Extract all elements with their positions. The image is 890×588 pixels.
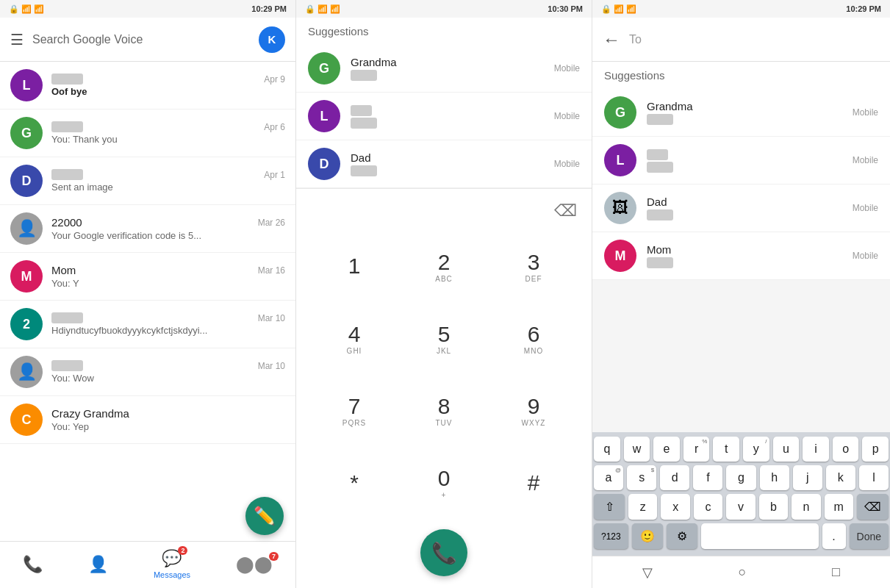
avatar: L: [10, 69, 43, 101]
key-h[interactable]: h: [760, 465, 789, 490]
search-input[interactable]: Search Google Voice: [32, 33, 250, 46]
suggestion-grandma-3[interactable]: G Grandma Mobile: [592, 89, 890, 137]
dial-key-2[interactable]: 2 ABC: [401, 232, 487, 301]
key-d[interactable]: d: [660, 465, 689, 490]
conv-preview: Oof bye: [51, 86, 285, 97]
conv-preview: You: Y: [51, 278, 285, 289]
key-s[interactable]: $s: [627, 465, 656, 490]
avatar-photo: 🖼: [604, 192, 636, 224]
key-t[interactable]: t: [713, 437, 739, 462]
nav-voicemail[interactable]: ⬤⬤ 7: [236, 555, 273, 574]
dial-key-1[interactable]: 1: [311, 232, 398, 301]
suggestion-dad-3[interactable]: 🖼 Dad Mobile: [592, 184, 890, 232]
contact-name: Mom: [51, 264, 76, 276]
nav-contacts[interactable]: 👤: [88, 555, 108, 574]
key-u[interactable]: u: [773, 437, 800, 462]
key-w[interactable]: w: [624, 437, 650, 462]
list-item[interactable]: C Crazy Grandma You: Yep: [0, 396, 295, 444]
bottom-nav: 📞 👤 💬 2 Messages ⬤⬤ 7: [0, 541, 295, 588]
dial-key-4[interactable]: 4 GHI: [311, 304, 398, 373]
suggestion-l-3[interactable]: L Mobile: [592, 137, 890, 184]
dial-key-6[interactable]: 6 MNO: [490, 304, 577, 373]
contact-type: Mobile: [554, 111, 580, 121]
list-item[interactable]: 👤 Mar 10 You: Wow: [0, 348, 295, 396]
key-i[interactable]: i: [803, 437, 829, 462]
avatar: L: [308, 100, 340, 132]
nav-home-button[interactable]: ○: [739, 564, 747, 580]
key-k[interactable]: k: [826, 465, 855, 490]
backspace-button[interactable]: ⌫: [554, 201, 577, 220]
compose-fab[interactable]: ✏️: [245, 497, 284, 535]
keyboard-backspace-key[interactable]: ⌫: [857, 494, 889, 520]
key-r[interactable]: %r: [683, 437, 710, 462]
key-l[interactable]: l: [859, 465, 889, 490]
search-bar: ☰ Search Google Voice K: [0, 18, 295, 62]
list-item[interactable]: 2 Mar 10 Hdiyndtucyfbuokdyyykcykfctjskdy…: [0, 301, 295, 348]
key-e[interactable]: e: [653, 437, 680, 462]
key-g[interactable]: g: [726, 465, 756, 490]
done-key[interactable]: Done: [850, 523, 889, 549]
key-n[interactable]: n: [792, 494, 820, 520]
dial-key-3[interactable]: 3 DEF: [490, 232, 577, 301]
dial-key-star[interactable]: *: [311, 448, 398, 517]
key-f[interactable]: f: [693, 465, 722, 490]
back-button[interactable]: ←: [603, 29, 620, 50]
dial-key-7[interactable]: 7 PQRS: [311, 376, 398, 445]
key-y[interactable]: /y: [743, 437, 769, 462]
list-item[interactable]: L Apr 9 Oof bye: [0, 62, 295, 110]
dial-key-8[interactable]: 8 TUV: [401, 376, 487, 445]
user-avatar[interactable]: K: [259, 26, 285, 53]
key-x[interactable]: x: [661, 494, 689, 520]
suggestion-dad[interactable]: D Dad Mobile: [296, 140, 592, 188]
key-q[interactable]: q: [594, 437, 620, 462]
suggestion-mom-3[interactable]: M Mom Mobile: [592, 232, 890, 280]
dial-key-0[interactable]: 0 +: [401, 448, 487, 517]
to-input[interactable]: [650, 32, 880, 47]
contact-type: Mobile: [554, 159, 580, 169]
nav-messages[interactable]: 💬 2 Messages: [154, 549, 190, 579]
suggestion-grandma[interactable]: G Grandma Mobile: [296, 45, 592, 93]
key-z[interactable]: z: [628, 494, 657, 520]
list-item[interactable]: G Apr 6 You: Thank you: [0, 110, 295, 157]
phone-blurred: [647, 114, 673, 125]
conversation-list: L Apr 9 Oof bye G Apr 6 You: Thank you: [0, 62, 295, 541]
avatar: D: [308, 148, 340, 180]
conversations-panel: 🔒 📶 📶 10:29 PM ☰ Search Google Voice K L…: [0, 0, 296, 588]
status-icons-left: 🔒 📶 📶: [9, 4, 44, 14]
nav-phone[interactable]: 📞: [23, 555, 43, 574]
contact-name: Crazy Grandma: [51, 407, 129, 420]
numbers-key[interactable]: ?123: [594, 523, 628, 549]
dial-key-hash[interactable]: #: [490, 448, 577, 517]
avatar: G: [308, 52, 340, 85]
shift-key[interactable]: ⇧: [594, 494, 625, 520]
settings-key[interactable]: ⚙: [667, 523, 697, 549]
list-item[interactable]: 👤 22000 Mar 26 Your Google verification …: [0, 205, 295, 253]
key-o[interactable]: o: [833, 437, 859, 462]
key-p[interactable]: p: [862, 437, 889, 462]
emoji-key[interactable]: 🙂: [632, 523, 663, 549]
dial-key-5[interactable]: 5 JKL: [401, 304, 487, 373]
status-icons-left-2: 🔒 📶 📶: [305, 4, 340, 14]
nav-recent-button[interactable]: □: [832, 564, 840, 580]
call-button[interactable]: 📞: [420, 529, 467, 576]
nav-back-button[interactable]: ▽: [642, 564, 653, 581]
contact-type: Mobile: [853, 251, 878, 261]
avatar: M: [10, 260, 43, 293]
hamburger-icon[interactable]: ☰: [10, 31, 24, 49]
key-c[interactable]: c: [694, 494, 722, 520]
key-b[interactable]: b: [759, 494, 788, 520]
list-item[interactable]: M Mom Mar 16 You: Y: [0, 253, 295, 301]
key-a[interactable]: @a: [594, 465, 623, 490]
list-item[interactable]: D Apr 1 Sent an image: [0, 157, 295, 205]
suggestion-l[interactable]: L Mobile: [296, 93, 592, 140]
space-key[interactable]: [701, 523, 819, 549]
key-m[interactable]: m: [825, 494, 853, 520]
key-v[interactable]: v: [726, 494, 755, 520]
contact-name-blurred: [51, 74, 83, 85]
period-key[interactable]: .: [822, 523, 846, 549]
dial-key-9[interactable]: 9 WXYZ: [490, 376, 577, 445]
key-j[interactable]: j: [793, 465, 822, 490]
contact-name-blurred: [51, 360, 83, 371]
voicemail-icon: ⬤⬤: [236, 555, 273, 573]
contact-type: Mobile: [554, 63, 580, 74]
